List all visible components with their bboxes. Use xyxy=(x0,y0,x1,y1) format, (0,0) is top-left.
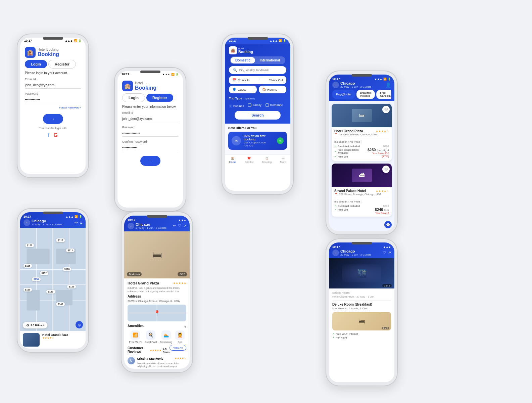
password-group: Password Forgot Password? xyxy=(25,92,81,110)
signal-4: ▲▲▲ xyxy=(374,78,382,81)
password-input-2[interactable] xyxy=(122,130,178,137)
hotel-preview-content: Hotel Grand Plaza ★★★★☆ xyxy=(23,333,83,347)
social-login-text: You can also login with xyxy=(25,127,81,130)
search-btn[interactable]: Search xyxy=(235,111,281,120)
list-icon-5[interactable]: ≡ xyxy=(80,220,82,225)
checkout-group[interactable]: Check Out xyxy=(269,79,283,82)
results-location-group: Chicago 27 May - 1 Jun · 2 Guests xyxy=(340,81,371,88)
google-icon[interactable]: G xyxy=(54,132,58,138)
family-checkbox[interactable]: Family xyxy=(248,103,261,107)
filter-breakfast[interactable]: Breakfast Included xyxy=(356,90,375,99)
share-icon-7[interactable]: ↗ xyxy=(388,251,391,255)
nav-home[interactable]: 🏠 Home xyxy=(229,157,236,164)
results-title-row: ← Chicago 27 May - 1 Jun · 2 Guests 👤 xyxy=(332,81,391,88)
login-arrow-btn[interactable]: → xyxy=(43,114,63,124)
time-6: 10:17 xyxy=(128,218,135,222)
filter-pay[interactable]: Pay@Hotel xyxy=(332,90,355,99)
view-all-btn[interactable]: View All xyxy=(170,345,186,351)
hotel-card-2[interactable]: 🏙 🤍 Strand Palace Hotel ★★★★☆ 📍 372 Stra… xyxy=(332,164,392,217)
price-tag-5: $132 xyxy=(40,271,49,275)
filter-icon-5: ⚙ xyxy=(26,323,29,327)
map-title-row: ← Chicago 27 May - 1 Jun · 2 Guests ✏ ≡ xyxy=(23,219,82,226)
register-tab-btn[interactable]: Register xyxy=(48,60,76,69)
price-tag-2: $117 xyxy=(56,238,65,242)
email-input-2[interactable] xyxy=(122,116,178,122)
app-logo-2: 🏨 xyxy=(122,81,133,91)
room-back-btn[interactable]: ← xyxy=(332,250,339,256)
room-location-group: Chicago 27 May - 1 Jun · 3 Guests xyxy=(340,249,371,256)
price-info-1: $300 $250 /per night You Save $50 (17%) xyxy=(367,145,389,158)
status-icons-1: ▲▲▲ 📶 🔋 xyxy=(65,39,82,42)
map-area[interactable]: $126 $117 $111 $126 $132 $128 $115 $135 … xyxy=(20,228,86,331)
wifi-icon-3: 📶 xyxy=(279,39,282,42)
pencil-icon-5[interactable]: ✏ xyxy=(75,220,78,225)
international-tab[interactable]: International xyxy=(255,57,285,63)
status-icons-7: ▲▲▲ xyxy=(383,245,391,249)
results-back-btn[interactable]: ← xyxy=(332,82,339,88)
heart-icon-7[interactable]: ♡ xyxy=(383,251,386,255)
results-dates-text: 27 May - 1 Jun xyxy=(340,85,358,88)
trip-type-label: Trip Type xyxy=(229,97,242,100)
location-search-input[interactable] xyxy=(239,69,282,72)
results-city: Chicago xyxy=(340,81,371,85)
facebook-icon[interactable]: f xyxy=(48,132,49,138)
share-icon-6[interactable]: ↗ xyxy=(183,224,186,228)
signal-icon-2: ▲▲▲ xyxy=(162,73,170,76)
wifi-room-label: Free Wi-Fi Internet xyxy=(336,332,358,335)
business-checkbox[interactable]: ✓ Busines xyxy=(229,104,244,108)
person-icon-4[interactable]: 👤 xyxy=(385,82,391,88)
booking-label-3: Booking xyxy=(238,50,253,54)
domestic-tab[interactable]: Domestic xyxy=(231,57,255,63)
wifi-icon-2: 📶 xyxy=(171,73,175,76)
type-tabs: Domestic International xyxy=(229,56,286,64)
login-tab-btn[interactable]: Login xyxy=(25,60,47,68)
room-card: Deluxe Room (Breakfast) Max Guests : 2 A… xyxy=(332,303,391,339)
room-back-group: ← Chicago 27 May - 1 Jun · 3 Guests xyxy=(332,249,371,256)
hotel-heart-1[interactable]: 🤍 xyxy=(382,106,390,113)
heart-icon-6[interactable]: ♡ xyxy=(178,224,181,228)
nav-booking[interactable]: 📋 Booking xyxy=(262,157,272,164)
hotel-preview-map: Hotel Grand Plaza ★★★★☆ xyxy=(20,331,86,349)
home-icon: 🏠 xyxy=(231,157,234,160)
romantic-checkbox[interactable]: Romantic xyxy=(265,103,283,107)
auth-tabs-2: Login Register xyxy=(122,93,178,102)
pencil-icon-6[interactable]: ✏ xyxy=(173,224,176,228)
booking-icon: 📋 xyxy=(265,157,269,160)
hotel-stars-1: ★★★★☆ xyxy=(376,130,389,133)
confirm-input-2[interactable] xyxy=(122,144,178,151)
nav-shotlist[interactable]: ❤️ Shotlist xyxy=(245,157,253,164)
email-input[interactable] xyxy=(25,82,81,89)
inc1-2: ✓Breakfast Included xyxy=(334,205,360,208)
guest-selector[interactable]: 👤 Guest xyxy=(229,86,257,93)
home-label: Home xyxy=(229,161,236,164)
reviews-header: Customer Reviews ★★★★★ 4.5 Stars xyxy=(128,346,170,355)
map-filter-btn[interactable]: ⚙ 3.5 Miles + xyxy=(23,322,47,328)
map-back-btn[interactable]: ← xyxy=(23,219,30,226)
forgot-password-link[interactable]: Forgot Password? xyxy=(59,106,81,109)
bedroom-img xyxy=(124,231,190,278)
register-arrow-btn[interactable]: → xyxy=(140,156,160,166)
price-per-1: /per night xyxy=(377,149,389,152)
nav-more[interactable]: ••• More xyxy=(280,157,286,164)
register-btn-2[interactable]: Register xyxy=(146,94,173,102)
filter-cancel[interactable]: Free Cancella xyxy=(376,90,391,99)
guest-label: Guest xyxy=(238,88,246,91)
checkin-group[interactable]: 📅 Check In xyxy=(232,78,250,82)
password-input[interactable] xyxy=(25,96,81,103)
filter-pills: Pay@Hotel Breakfast Included Free Cancel… xyxy=(332,90,391,99)
review-1: C Cristina Stankovic ★★★★☆ Lorem ipsum d… xyxy=(128,357,186,369)
swimming-label: Swimming xyxy=(160,341,172,344)
battery-icon-2: 🔋 xyxy=(176,73,179,76)
inc2-1: ✓Free Cancellation Available xyxy=(334,148,367,154)
family-label: Family xyxy=(252,103,261,107)
hotel-heart-2[interactable]: 🤍 xyxy=(382,166,390,173)
time-4: 10:17 xyxy=(332,77,340,81)
review-stars: ★★★★★ xyxy=(150,349,161,352)
location-btn-5[interactable]: ◎ xyxy=(76,321,83,328)
hotel-card-1[interactable]: 🛏 🤍 Hotel Grand Plaza ★★★★☆ 📍 23 West Av… xyxy=(332,104,392,161)
login-btn-2[interactable]: Login xyxy=(122,93,145,102)
spa-label: Spa xyxy=(178,341,182,344)
wifi-5: 📶 xyxy=(75,215,78,218)
rooms-selector[interactable]: 🏠 Rooms xyxy=(259,86,287,93)
detail-back-btn[interactable]: ← xyxy=(128,223,134,229)
